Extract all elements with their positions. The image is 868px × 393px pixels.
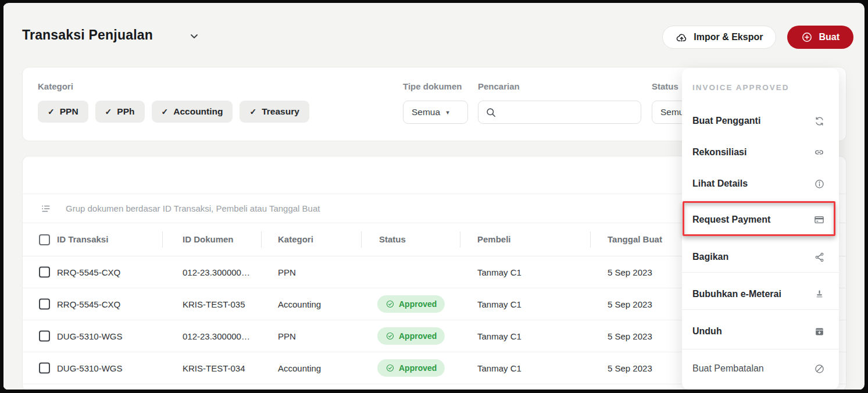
menu-divider: [682, 349, 839, 349]
menu-item-label: Rekonsiliasi: [692, 147, 746, 158]
plus-circle-icon: [801, 31, 813, 43]
cell-id-dokumen: 012-23.300000…: [183, 331, 250, 341]
status-badge-approved: Approved: [377, 295, 445, 313]
chip-label: PPh: [117, 106, 134, 117]
cell-tanggal-buat: 5 Sep 2023: [608, 331, 652, 341]
create-label: Buat: [819, 32, 840, 42]
cell-kategori: Accounting: [278, 363, 321, 373]
menu-item-buat-pembatalan[interactable]: Buat Pembatalan: [682, 353, 839, 384]
title-chevron-down-icon[interactable]: [190, 34, 198, 39]
check-circle-icon: [385, 299, 395, 309]
context-menu-header: INVOICE APPROVED: [692, 83, 790, 92]
row-checkbox[interactable]: [39, 299, 50, 310]
screenshot-frame: [0, 0, 3, 393]
tipe-dokumen-label: Tipe dokumen: [403, 81, 462, 91]
screenshot-frame: [0, 390, 868, 393]
cell-id-transaksi: RRQ-5545-CXQ: [57, 299, 120, 309]
column-header-id-transaksi[interactable]: ID Transaksi: [57, 234, 108, 244]
menu-item-label: Bagikan: [692, 252, 728, 262]
cell-id-transaksi: DUG-5310-WGS: [57, 331, 123, 341]
menu-item-bagikan[interactable]: Bagikan: [682, 241, 839, 273]
chip-label: PPN: [60, 106, 78, 117]
cell-id-transaksi: DUG-5310-WGS: [57, 363, 123, 373]
cell-tanggal-buat: 5 Sep 2023: [608, 299, 652, 309]
status-badge-label: Approved: [399, 363, 437, 373]
cell-status: Approved: [377, 295, 445, 313]
cell-status: Approved: [377, 359, 445, 377]
group-by-icon: [40, 203, 52, 215]
column-header-id-dokumen[interactable]: ID Dokumen: [183, 234, 234, 244]
kategori-chip-accounting[interactable]: ✓Accounting: [152, 101, 233, 123]
menu-item-rekonsiliasi[interactable]: Rekonsiliasi: [682, 137, 839, 168]
column-header-kategori[interactable]: Kategori: [278, 234, 313, 244]
chip-label: Treasury: [262, 106, 299, 117]
menu-item-unduh[interactable]: Unduh: [682, 316, 839, 347]
screenshot-frame: [865, 0, 868, 393]
kategori-chip-ppn[interactable]: ✓PPN: [38, 101, 88, 123]
status-badge-approved: Approved: [377, 327, 445, 345]
row-checkbox[interactable]: [39, 267, 50, 278]
status-badge-label: Approved: [399, 331, 437, 341]
menu-item-label: Buat Pembatalan: [692, 363, 764, 374]
cell-id-dokumen: 012-23.300000…: [183, 267, 250, 277]
cell-pembeli: Tanmay C1: [477, 363, 521, 373]
row-checkbox[interactable]: [39, 331, 50, 342]
kategori-chip-treasury[interactable]: ✓Treasury: [240, 101, 309, 123]
column-divider: [361, 231, 362, 248]
link-icon: [813, 147, 825, 158]
select-all-checkbox[interactable]: [39, 234, 50, 245]
check-circle-icon: [385, 363, 395, 373]
menu-item-label: Request Payment: [692, 215, 770, 225]
chip-label: Accounting: [173, 106, 223, 117]
menu-item-bubuhkan-e-meterai[interactable]: Bubuhkan e-Meterai: [682, 278, 839, 310]
cell-id-transaksi: RRQ-5545-CXQ: [57, 267, 120, 277]
check-icon: ✓: [249, 107, 256, 116]
page-title: Transaksi Penjualan: [22, 27, 153, 43]
group-hint-text: Grup dokumen berdasar ID Transaksi, Pemb…: [66, 203, 320, 213]
menu-item-label: Lihat Details: [692, 178, 748, 189]
column-divider: [460, 231, 460, 248]
menu-divider: [682, 309, 839, 310]
import-export-button[interactable]: Impor & Ekspor: [662, 26, 776, 49]
kategori-label: Kategori: [38, 81, 73, 91]
menu-item-buat-pengganti[interactable]: Buat Pengganti: [682, 105, 839, 137]
menu-item-lihat-details[interactable]: Lihat Details: [682, 168, 839, 199]
header-actions: Impor & Ekspor Buat: [662, 26, 853, 49]
status-badge-approved: Approved: [377, 359, 445, 377]
cell-kategori: Accounting: [278, 299, 321, 309]
caret-down-icon: ▾: [446, 109, 449, 116]
cell-pembeli: Tanmay C1: [477, 267, 521, 277]
tipe-dokumen-select[interactable]: Semua ▾: [403, 101, 468, 124]
cell-id-dokumen: KRIS-TEST-034: [183, 363, 245, 373]
share-icon: [814, 252, 825, 263]
status-badge-label: Approved: [399, 299, 437, 309]
column-header-status[interactable]: Status: [379, 234, 406, 244]
check-icon: ✓: [105, 107, 112, 116]
cell-status: Approved: [377, 327, 445, 345]
context-menu: INVOICE APPROVED Buat PenggantiRekonsili…: [682, 68, 839, 390]
column-header-tanggal-buat[interactable]: Tanggal Buat: [608, 234, 662, 244]
search-box: [478, 101, 641, 124]
kategori-chip-pph[interactable]: ✓PPh: [95, 101, 145, 123]
search-input[interactable]: [501, 108, 634, 117]
column-divider: [261, 231, 262, 248]
menu-item-label: Buat Pengganti: [692, 116, 760, 126]
check-icon: ✓: [48, 107, 55, 116]
menu-item-label: Unduh: [692, 326, 722, 337]
cell-tanggal-buat: 5 Sep 2023: [608, 267, 652, 277]
column-divider: [590, 231, 591, 248]
menu-item-label: Bubuhkan e-Meterai: [692, 289, 781, 299]
tipe-dokumen-value: Semua: [412, 107, 440, 117]
check-icon: ✓: [162, 107, 169, 116]
cell-kategori: PPN: [278, 331, 296, 341]
column-divider: [162, 231, 163, 248]
credit-card-icon: [813, 214, 825, 226]
kategori-chips: ✓PPN✓PPh✓Accounting✓Treasury: [38, 101, 309, 123]
create-button[interactable]: Buat: [787, 26, 853, 49]
column-header-pembeli[interactable]: Pembeli: [477, 234, 511, 244]
search-icon: [485, 107, 496, 118]
row-checkbox[interactable]: [39, 363, 50, 374]
status-label: Status: [652, 81, 678, 91]
download-box-icon: [814, 326, 825, 337]
menu-item-request-payment[interactable]: Request Payment: [682, 204, 839, 235]
